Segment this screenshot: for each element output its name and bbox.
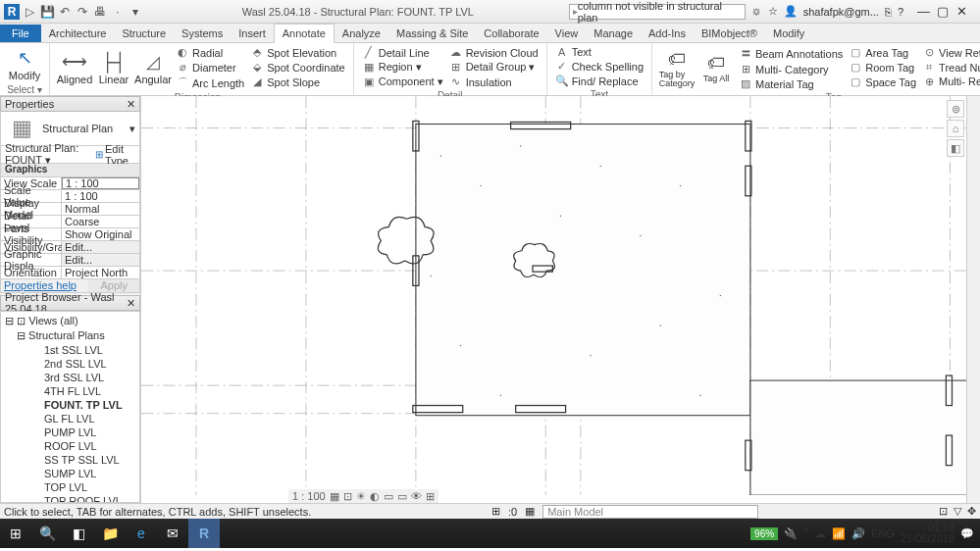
- spell-button[interactable]: ✓Check Spelling: [553, 59, 645, 74]
- drag-icon[interactable]: ✥: [967, 505, 976, 518]
- tree-item[interactable]: GL FL LVL: [3, 412, 137, 426]
- tree-item[interactable]: SUMP LVL: [3, 467, 137, 480]
- type-selector[interactable]: ▦ Structural Plan ▾: [0, 112, 140, 146]
- prop-value[interactable]: 1 : 100: [62, 177, 139, 189]
- tab-addins[interactable]: Add-Ins: [641, 25, 694, 42]
- star-icon[interactable]: ☆: [768, 5, 778, 18]
- help-icon[interactable]: ?: [898, 6, 903, 18]
- tree-item[interactable]: SS TP SSL LVL: [3, 453, 137, 467]
- tag-by-category-button[interactable]: 🏷Tag by Category: [658, 45, 696, 91]
- spot-elev-button[interactable]: ⬘Spot Elevation: [248, 45, 347, 60]
- prop-value[interactable]: Project North: [62, 267, 139, 278]
- tree-root[interactable]: ⊟ ⊡ Views (all): [3, 314, 137, 328]
- tree-item[interactable]: 4TH FL LVL: [3, 384, 137, 398]
- notifications-icon[interactable]: 💬: [960, 527, 974, 540]
- battery-indicator[interactable]: 96%: [750, 527, 778, 540]
- cube-icon[interactable]: ◧: [947, 139, 964, 157]
- group-label[interactable]: Select ▾: [6, 83, 43, 95]
- aligned-dim-button[interactable]: ⟷Aligned: [56, 45, 93, 91]
- mail-button[interactable]: ✉: [157, 519, 188, 548]
- prop-value[interactable]: Normal: [62, 203, 139, 215]
- detail-line-button[interactable]: ╱Detail Line: [360, 45, 445, 60]
- star-icon[interactable]: ⛭: [751, 6, 762, 18]
- user-label[interactable]: shafafpk@gm...: [803, 6, 879, 18]
- prop-value[interactable]: 1 : 100: [62, 190, 139, 202]
- insulation-button[interactable]: ∿Insulation: [447, 75, 541, 89]
- navwheel-icon[interactable]: ⊚: [947, 100, 964, 118]
- detail-icon[interactable]: ▦: [330, 490, 339, 503]
- prop-value[interactable]: Coarse: [62, 216, 139, 227]
- scale-label[interactable]: 1 : 100: [292, 490, 326, 502]
- tray-chevron-icon[interactable]: ˄: [803, 527, 809, 540]
- minimize-button[interactable]: —: [917, 4, 935, 19]
- linear-dim-button[interactable]: ├┤Linear: [95, 45, 132, 91]
- hide-icon[interactable]: 👁: [411, 490, 422, 502]
- crop-icon[interactable]: ▭: [384, 490, 393, 503]
- rev-cloud-button[interactable]: ☁Revision Cloud: [447, 45, 541, 60]
- volume-icon[interactable]: 🔊: [851, 527, 865, 540]
- area-tag-button[interactable]: ▢Area Tag: [847, 45, 918, 60]
- worksets-icon[interactable]: ⊞: [491, 505, 500, 518]
- lang-label[interactable]: ENG: [871, 527, 895, 539]
- restore-button[interactable]: ▢: [937, 4, 954, 19]
- help-search-input[interactable]: ▸ column not visible in structural plan: [569, 4, 746, 20]
- network-icon[interactable]: 📶: [832, 527, 846, 540]
- cart-icon[interactable]: ⎘: [885, 6, 892, 18]
- search-button[interactable]: 🔍: [31, 519, 63, 548]
- visual-icon[interactable]: ⊡: [343, 490, 352, 503]
- beam-annot-button[interactable]: 〓Beam Annotations: [737, 45, 845, 62]
- tree-group[interactable]: ⊟ Structural Plans: [3, 328, 137, 343]
- find-button[interactable]: 🔍Find/ Replace: [553, 74, 645, 88]
- shadow-icon[interactable]: ◐: [370, 490, 380, 503]
- save-icon[interactable]: 💾: [39, 4, 55, 20]
- tree-item[interactable]: FOUNT. TP LVL: [3, 398, 137, 412]
- tree-item[interactable]: PUMP LVL: [3, 426, 137, 439]
- tab-manage[interactable]: Manage: [586, 25, 641, 42]
- tag-all-button[interactable]: 🏷Tag All: [697, 45, 735, 91]
- tab-bimobject[interactable]: BIMobject®: [694, 25, 765, 42]
- home-icon[interactable]: ⌂: [947, 120, 964, 137]
- explorer-button[interactable]: 📁: [94, 519, 126, 548]
- clock[interactable]: 01:13 21/05/2018: [901, 523, 954, 544]
- tab-collaborate[interactable]: Collaborate: [476, 25, 546, 42]
- prop-value[interactable]: Edit...: [62, 241, 139, 253]
- tab-analyze[interactable]: Analyze: [335, 25, 388, 42]
- spot-slope-button[interactable]: ◢Spot Slope: [248, 75, 347, 89]
- tree-item[interactable]: 1st SSL LVL: [3, 343, 137, 357]
- tab-insert[interactable]: Insert: [231, 25, 274, 42]
- property-row[interactable]: Graphic Displa...Edit...: [0, 254, 140, 267]
- region-button[interactable]: ▦Region ▾: [360, 60, 445, 75]
- open-icon[interactable]: ▷: [22, 4, 37, 20]
- power-icon[interactable]: 🔌: [784, 527, 798, 540]
- room-tag-button[interactable]: ▢Room Tag: [847, 60, 918, 75]
- close-button[interactable]: ✕: [956, 4, 974, 19]
- tab-modify[interactable]: Modify: [765, 25, 812, 42]
- multi-rebar-button[interactable]: ⊕Multi- Rebar ▾: [920, 75, 980, 89]
- filter-icon[interactable]: ▽: [954, 505, 961, 518]
- detail-group-button[interactable]: ⊞Detail Group ▾: [447, 60, 541, 75]
- tree-item[interactable]: 3rd SSL LVL: [3, 371, 137, 384]
- angular-dim-button[interactable]: ◿Angular: [134, 45, 172, 91]
- design-options-select[interactable]: Main Model: [542, 505, 758, 519]
- sun-icon[interactable]: ☀: [356, 490, 366, 503]
- close-icon[interactable]: ✕: [127, 297, 135, 310]
- onedrive-icon[interactable]: ☁: [815, 527, 826, 540]
- tree-item[interactable]: TOP ROOF LVL: [3, 494, 137, 502]
- tread-number-button[interactable]: ⌗Tread Number: [920, 60, 980, 75]
- tab-systems[interactable]: Systems: [174, 25, 231, 42]
- tab-structure[interactable]: Structure: [114, 25, 174, 42]
- print-icon[interactable]: 🖶: [92, 4, 108, 20]
- tree-item[interactable]: 2nd SSL LVL: [3, 357, 137, 371]
- browser-tree[interactable]: ⊟ ⊡ Views (all) ⊟ Structural Plans 1st S…: [1, 312, 139, 502]
- undo-icon[interactable]: ↶: [57, 4, 73, 20]
- revit-button[interactable]: R: [188, 519, 220, 548]
- redo-icon[interactable]: ↷: [75, 4, 90, 20]
- tree-item[interactable]: TOP LVL: [3, 480, 137, 494]
- taskview-button[interactable]: ◧: [63, 519, 94, 548]
- tab-massing[interactable]: Massing & Site: [388, 25, 476, 42]
- signin-icon[interactable]: 👤: [784, 5, 798, 18]
- crop-show-icon[interactable]: ▭: [397, 490, 407, 503]
- diameter-button[interactable]: ⌀Diameter: [174, 60, 246, 75]
- edit-type-button[interactable]: ⊞ Edit Type: [95, 143, 135, 167]
- view-ref-button[interactable]: ⊙View Reference: [920, 45, 980, 60]
